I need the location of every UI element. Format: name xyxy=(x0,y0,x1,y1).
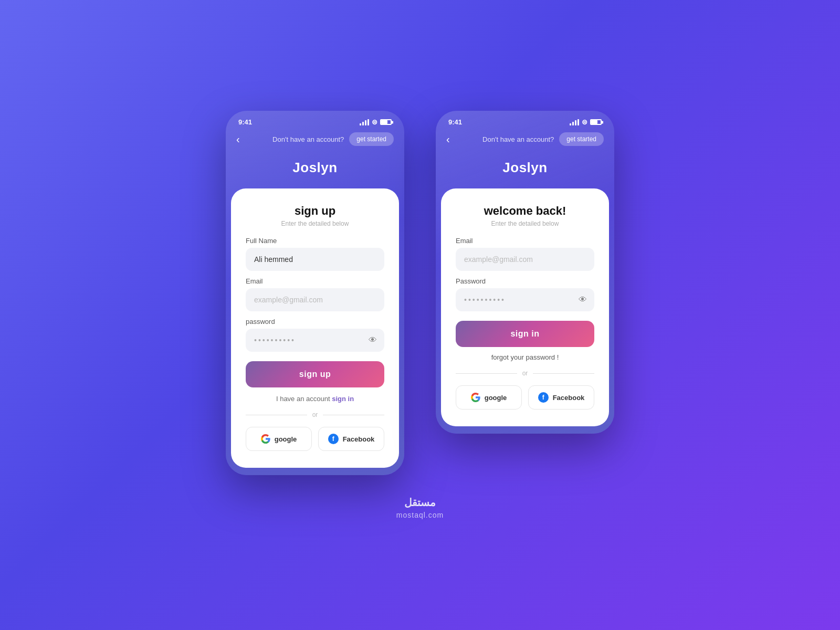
password-input-wrap-right: 👁 xyxy=(456,288,594,311)
card-subtitle-right: Enter the detailed below xyxy=(456,220,594,227)
facebook-button-right[interactable]: f Facebook xyxy=(528,385,594,410)
email-input-wrap-left xyxy=(246,288,384,311)
forgot-password-link[interactable]: forgot your password ! xyxy=(456,353,594,361)
google-button-left[interactable]: google xyxy=(246,427,312,451)
nav-right-right: Don't have an account? get started xyxy=(482,132,604,146)
footer-latin: mostaql.com xyxy=(396,511,444,519)
time-right: 9:41 xyxy=(448,118,462,126)
footer-arabic: مستقل xyxy=(404,496,436,509)
phone-nav-left: ‹ Don't have an account? get started xyxy=(226,130,404,154)
signin-link[interactable]: sign in xyxy=(332,395,354,403)
social-buttons-right: google f Facebook xyxy=(456,385,594,410)
email-input-wrap-right xyxy=(456,248,594,271)
phone-signin: 9:41 ⊜ ‹ Don't have an account? get star… xyxy=(436,111,614,434)
password-input-left[interactable] xyxy=(246,329,384,352)
status-bar-right: 9:41 ⊜ xyxy=(436,111,614,130)
phone-signup: 9:41 ⊜ ‹ Don't have an account? get star… xyxy=(226,111,404,475)
google-label-right: google xyxy=(485,394,507,402)
app-title-left: Joslyn xyxy=(226,154,404,188)
label-email-left: Email xyxy=(246,277,384,285)
label-fullname: Full Name xyxy=(246,237,384,245)
password-input-wrap-left: 👁 xyxy=(246,329,384,352)
status-icons-left: ⊜ xyxy=(360,118,392,126)
signal-icon-right xyxy=(570,119,579,125)
signin-card: welcome back! Enter the detailed below E… xyxy=(441,188,609,426)
card-subtitle-left: Enter the detailed below xyxy=(246,220,384,227)
email-input-right[interactable] xyxy=(456,248,594,271)
account-link-left: I have an account sign in xyxy=(246,395,384,403)
back-button-right[interactable]: ‹ xyxy=(446,133,450,145)
facebook-icon-left: f xyxy=(328,434,339,444)
footer: مستقل mostaql.com xyxy=(396,496,444,519)
status-icons-right: ⊜ xyxy=(570,118,602,126)
eye-icon-left[interactable]: 👁 xyxy=(369,335,377,345)
fullname-input[interactable] xyxy=(246,248,384,271)
get-started-button-left[interactable]: get started xyxy=(349,132,394,146)
signup-card: sign up Enter the detailed below Full Na… xyxy=(231,188,399,468)
google-icon-left xyxy=(261,434,270,444)
password-input-right[interactable] xyxy=(456,288,594,311)
back-button-left[interactable]: ‹ xyxy=(236,133,240,145)
battery-icon-left xyxy=(380,119,392,125)
phones-container: 9:41 ⊜ ‹ Don't have an account? get star… xyxy=(226,111,614,475)
get-started-button-right[interactable]: get started xyxy=(559,132,604,146)
phone-nav-right: ‹ Don't have an account? get started xyxy=(436,130,614,154)
google-button-right[interactable]: google xyxy=(456,385,522,410)
facebook-label-left: Facebook xyxy=(343,435,375,443)
email-input-left[interactable] xyxy=(246,288,384,311)
nav-right-left: Don't have an account? get started xyxy=(272,132,394,146)
social-buttons-left: google f Facebook xyxy=(246,427,384,451)
status-bar-left: 9:41 ⊜ xyxy=(226,111,404,130)
signal-icon-left xyxy=(360,119,369,125)
google-label-left: google xyxy=(275,435,297,443)
google-icon-right xyxy=(471,393,480,402)
facebook-icon-right: f xyxy=(538,392,549,403)
divider-left: or xyxy=(246,411,384,418)
signin-button[interactable]: sign in xyxy=(456,321,594,347)
card-title-left: sign up xyxy=(246,204,384,218)
app-title-right: Joslyn xyxy=(436,154,614,188)
fullname-input-wrap xyxy=(246,248,384,271)
facebook-label-right: Facebook xyxy=(553,394,585,402)
facebook-button-left[interactable]: f Facebook xyxy=(318,427,384,451)
signup-button[interactable]: sign up xyxy=(246,361,384,387)
nav-prompt-left: Don't have an account? xyxy=(272,135,344,143)
card-title-right: welcome back! xyxy=(456,204,594,218)
wifi-icon-left: ⊜ xyxy=(372,118,377,126)
label-email-right: Email xyxy=(456,237,594,245)
label-password-left: password xyxy=(246,318,384,326)
eye-icon-right[interactable]: 👁 xyxy=(579,295,587,304)
divider-right: or xyxy=(456,370,594,377)
wifi-icon-right: ⊜ xyxy=(582,118,587,126)
nav-prompt-right: Don't have an account? xyxy=(482,135,554,143)
label-password-right: Password xyxy=(456,277,594,285)
battery-icon-right xyxy=(590,119,602,125)
time-left: 9:41 xyxy=(238,118,252,126)
